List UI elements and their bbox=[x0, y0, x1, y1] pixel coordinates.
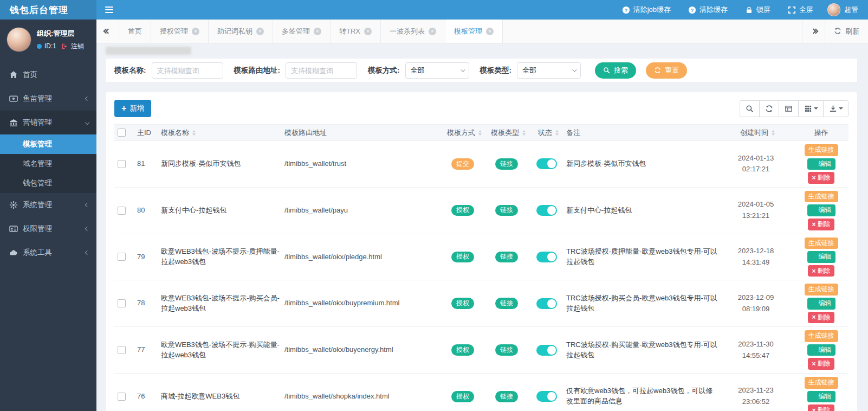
tab[interactable]: 首页 bbox=[119, 20, 151, 43]
template-route: /timibbs_wallet/trust bbox=[284, 153, 443, 175]
chevron-down-icon bbox=[461, 67, 465, 72]
tab[interactable]: 转TRX × bbox=[331, 20, 381, 43]
sort-icon[interactable] bbox=[522, 130, 526, 136]
generate-link-button[interactable]: 生成链接 bbox=[805, 377, 838, 389]
sidebar-item-template[interactable]: 模板管理 bbox=[0, 134, 96, 154]
status-toggle[interactable] bbox=[536, 158, 557, 169]
edit-button[interactable]: 编辑 bbox=[807, 298, 835, 310]
delete-button[interactable]: × 删除 bbox=[808, 312, 834, 324]
delete-button[interactable]: × 删除 bbox=[808, 219, 834, 230]
edit-button[interactable]: 编辑 bbox=[807, 204, 835, 216]
tab-close-icon[interactable]: × bbox=[256, 28, 264, 35]
sidebar-item-domain[interactable]: 域名管理 bbox=[0, 154, 96, 174]
status-toggle[interactable] bbox=[536, 298, 557, 309]
table-refresh-button[interactable] bbox=[759, 100, 779, 117]
edit-button[interactable]: 编辑 bbox=[807, 158, 835, 170]
sidebar-avatar bbox=[7, 27, 31, 52]
logout-button[interactable]: 注销 bbox=[71, 42, 84, 51]
generate-link-button[interactable]: 生成链接 bbox=[805, 144, 838, 156]
columns-button[interactable] bbox=[798, 100, 824, 117]
user-id-label: ID:1 bbox=[44, 42, 56, 50]
row-checkbox[interactable] bbox=[118, 253, 126, 261]
sort-icon[interactable] bbox=[478, 130, 482, 136]
user-menu[interactable]: 超管 bbox=[822, 0, 868, 20]
sidebar-item-fry[interactable]: 鱼苗管理 bbox=[0, 87, 96, 111]
status-toggle[interactable] bbox=[536, 252, 557, 262]
tab-close-icon[interactable]: × bbox=[429, 28, 436, 35]
column-header[interactable]: 创建时间 bbox=[721, 128, 794, 138]
table-row: 78 欧意WEB3钱包-波场不提示-购买会员-拉起web3钱包 /timibbs… bbox=[114, 280, 848, 327]
add-button[interactable]: + 新增 bbox=[114, 100, 151, 117]
generate-link-button[interactable]: 生成链接 bbox=[805, 191, 838, 203]
reset-button[interactable]: 重置 bbox=[646, 62, 687, 79]
row-checkbox[interactable] bbox=[118, 393, 126, 401]
sidebar-item-system[interactable]: 系统管理 bbox=[0, 193, 96, 217]
export-button[interactable] bbox=[823, 100, 848, 117]
sidebar-item-tools[interactable]: 系统工具 bbox=[0, 241, 96, 265]
template-name-input[interactable] bbox=[152, 62, 223, 79]
generate-link-button[interactable]: 生成链接 bbox=[805, 284, 838, 296]
user-avatar bbox=[827, 3, 840, 16]
delete-button[interactable]: × 删除 bbox=[808, 265, 834, 277]
tabs-scroll-left-button[interactable] bbox=[96, 20, 119, 43]
tab-close-icon[interactable]: × bbox=[314, 28, 321, 35]
template-type-select[interactable]: 全部 bbox=[517, 62, 581, 79]
status-toggle[interactable] bbox=[536, 391, 557, 402]
tabs-scroll-right-button[interactable] bbox=[802, 20, 825, 43]
tab[interactable]: 模板管理 × bbox=[445, 20, 503, 43]
column-header[interactable]: 状态 bbox=[530, 128, 566, 138]
sidebar-item-marketing[interactable]: 营销管理 bbox=[0, 111, 96, 134]
double-chevron-right-icon bbox=[812, 29, 816, 33]
column-header[interactable]: 模板类型 bbox=[486, 128, 530, 138]
row-checkbox[interactable] bbox=[118, 207, 126, 215]
home-icon bbox=[9, 70, 18, 79]
sidebar-item-home[interactable]: 首页 bbox=[0, 63, 96, 87]
delete-button[interactable]: × 删除 bbox=[808, 358, 834, 370]
template-method-select[interactable]: 全部 bbox=[405, 62, 469, 79]
status-toggle[interactable] bbox=[536, 345, 557, 356]
sidebar-item-permission[interactable]: 权限管理 bbox=[0, 217, 96, 241]
delete-button[interactable]: × 删除 bbox=[808, 172, 834, 184]
column-header[interactable]: 模板名称 bbox=[161, 128, 284, 138]
row-checkbox[interactable] bbox=[118, 160, 126, 168]
generate-link-button[interactable]: 生成链接 bbox=[805, 237, 838, 249]
edit-button[interactable]: 编辑 bbox=[807, 344, 835, 356]
table-search-button[interactable] bbox=[740, 100, 760, 117]
status-toggle[interactable] bbox=[536, 205, 557, 216]
edit-button[interactable]: 编辑 bbox=[807, 391, 835, 403]
column-header[interactable]: 模板方式 bbox=[443, 128, 486, 138]
x-icon: × bbox=[812, 175, 815, 181]
clear-job-cache-button[interactable]: ? 清除job缓存 bbox=[613, 0, 679, 20]
row-checkbox[interactable] bbox=[118, 299, 126, 307]
sort-icon[interactable] bbox=[555, 130, 559, 136]
chevron-icon bbox=[85, 251, 89, 255]
tab-close-icon[interactable]: × bbox=[364, 28, 372, 35]
tab-refresh-button[interactable]: 刷新 bbox=[825, 20, 868, 43]
delete-button[interactable]: × 删除 bbox=[808, 404, 834, 411]
hamburger-button[interactable] bbox=[96, 0, 121, 20]
tab[interactable]: 授权管理 × bbox=[151, 20, 209, 43]
template-name: 商城-拉起欧意WEB3钱包 bbox=[161, 386, 284, 407]
edit-button[interactable]: 编辑 bbox=[807, 251, 835, 263]
row-checkbox[interactable] bbox=[118, 346, 126, 354]
sidebar-item-wallet[interactable]: 钱包管理 bbox=[0, 174, 96, 193]
tab[interactable]: 助记词私钥 × bbox=[209, 20, 273, 43]
select-all-checkbox[interactable] bbox=[118, 129, 126, 137]
sort-icon[interactable] bbox=[772, 130, 775, 136]
lock-screen-button[interactable]: 锁屏 bbox=[736, 0, 779, 20]
sort-icon[interactable] bbox=[192, 130, 196, 136]
clear-cache-button[interactable]: ? 清除缓存 bbox=[679, 0, 736, 20]
table-view-button[interactable] bbox=[779, 100, 799, 117]
template-name: 欧意WEB3钱包-波场不提示-购买能量-拉起web3钱包 bbox=[161, 335, 284, 366]
remark-text: 新同步模板-类似币安钱包 bbox=[566, 153, 721, 175]
search-button[interactable]: 搜索 bbox=[595, 62, 636, 79]
template-method-value: 全部 bbox=[411, 66, 425, 75]
created-date: 2024-01-05 bbox=[738, 200, 774, 210]
tab[interactable]: 多签管理 × bbox=[273, 20, 331, 43]
tab-close-icon[interactable]: × bbox=[192, 28, 199, 35]
tab-close-icon[interactable]: × bbox=[486, 28, 494, 35]
template-route-input[interactable] bbox=[286, 62, 357, 79]
tab[interactable]: 一波杀列表 × bbox=[381, 20, 445, 43]
generate-link-button[interactable]: 生成链接 bbox=[805, 330, 838, 342]
fullscreen-button[interactable]: 全屏 bbox=[779, 0, 822, 20]
